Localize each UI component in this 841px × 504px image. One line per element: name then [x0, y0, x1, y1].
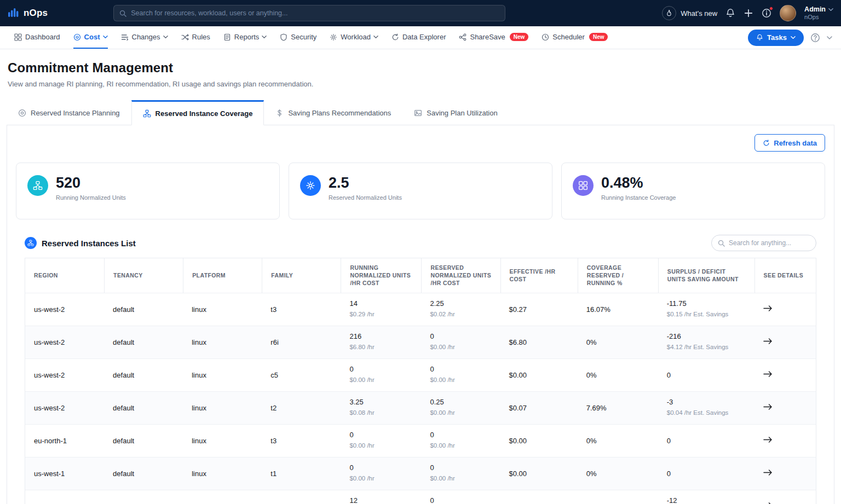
tab-reserved-instance-planning[interactable]: Reserved Instance Planning	[7, 100, 131, 125]
stat-card: 0.48% Running Instance Coverage	[561, 163, 825, 219]
table-header-row: REGION TENANCY PLATFORM FAMILY RUNNING N…	[25, 258, 816, 293]
add-plus-icon[interactable]	[744, 8, 753, 18]
whats-new-button[interactable]: What's new	[662, 6, 717, 20]
user-menu[interactable]: Admin nOps	[804, 5, 833, 20]
main-nav: Dashboard Cost Changes Rules Reports Sec…	[0, 26, 841, 49]
nav-item-sharesave[interactable]: ShareSave New	[459, 26, 528, 49]
sharesave-icon	[459, 33, 466, 41]
tab-saving-plans-recommendations[interactable]: Saving Plans Recommendations	[264, 100, 402, 125]
stat-label: Running Normalized Units	[56, 194, 126, 201]
cell-effective-cost: $0.00	[509, 437, 527, 445]
refresh-data-button[interactable]: Refresh data	[754, 134, 825, 152]
nav-item-data-explorer[interactable]: Data Explorer	[391, 26, 446, 49]
app-root: nOps What's new Admin	[0, 0, 841, 504]
cell-reserved-units: 0.25	[430, 398, 491, 406]
cluster-icon	[27, 240, 34, 246]
nav-item-cost[interactable]: Cost	[73, 26, 108, 49]
column-header: SURPLUS / DEFICIT UNITS SAVING AMOUNT	[658, 258, 754, 293]
cell-coverage: 0%	[586, 502, 597, 504]
cell-tenancy: default	[113, 437, 134, 445]
cell-platform: linux	[192, 305, 206, 314]
tab-label: Reserved Instance Coverage	[155, 109, 253, 118]
user-avatar[interactable]	[780, 5, 796, 21]
tab-reserved-instance-coverage[interactable]: Reserved Instance Coverage	[131, 100, 264, 125]
cell-platform: linux	[192, 502, 206, 504]
see-details-arrow-icon[interactable]	[763, 370, 773, 378]
cell-family: t2	[270, 404, 277, 412]
column-header: EFFECTIVE /HR COST	[500, 258, 578, 293]
global-search-input[interactable]	[131, 9, 499, 17]
nav-item-label: Reports	[234, 33, 260, 41]
cell-reserved-units: 2.25	[430, 299, 491, 308]
nav-item-reports[interactable]: Reports	[223, 26, 267, 49]
cell-coverage: 0%	[586, 437, 597, 445]
cell-surplus-units: -11.75	[667, 299, 746, 308]
page-head: Commitment Management View and manage RI…	[0, 49, 841, 88]
nops-logo[interactable]: nOps	[8, 7, 48, 19]
table-search-input[interactable]	[729, 239, 810, 247]
chevron-down-icon[interactable]	[827, 35, 832, 40]
bell-icon	[756, 34, 763, 41]
cell-running-cost: $6.80 /hr	[349, 343, 412, 351]
cell-tenancy: default	[113, 404, 134, 412]
table-body: us-west-2 default linux t3 14 $0.29 /hr …	[25, 293, 816, 504]
nav-item-changes[interactable]: Changes	[121, 26, 168, 49]
nav-item-label: ShareSave	[470, 33, 505, 41]
page-title: Commitment Management	[8, 60, 833, 76]
cell-reserved-units: 0	[430, 496, 491, 504]
table-row: us-west-2 default linux r6i 216 $6.80 /h…	[25, 326, 816, 358]
see-details-arrow-icon[interactable]	[763, 403, 773, 410]
user-name: Admin	[804, 5, 826, 13]
column-header: PLATFORM	[183, 258, 262, 293]
tasks-button[interactable]: Tasks	[748, 30, 804, 46]
cell-coverage: 16.07%	[586, 305, 610, 314]
global-search[interactable]	[113, 5, 505, 21]
cell-effective-cost: $0.27	[509, 305, 527, 314]
gear-icon	[306, 181, 315, 190]
cell-surplus-units: 0	[667, 470, 746, 478]
cell-running-units: 216	[349, 332, 412, 340]
cell-region: us-west-2	[34, 371, 65, 379]
cell-reserved-cost: $0.00 /hr	[430, 375, 491, 384]
nav-item-security[interactable]: Security	[280, 26, 316, 49]
cell-running-units: 0	[349, 365, 412, 373]
nav-item-dashboard[interactable]: Dashboard	[14, 26, 60, 49]
cell-family: r6i	[270, 338, 278, 346]
topbar-actions: What's new Admin nOps	[662, 5, 833, 21]
stat-value: 2.5	[329, 175, 402, 190]
nav-item-workload[interactable]: Workload	[330, 26, 378, 49]
help-icon[interactable]	[810, 33, 820, 43]
chevron-down-icon	[828, 7, 833, 12]
cell-reserved-cost: $0.00 /hr	[430, 408, 491, 417]
table-row: eu-north-1 default linux t3 0 $0.00 /hr …	[25, 424, 816, 457]
cell-running-cost: $0.00 /hr	[349, 474, 412, 483]
cell-running-units: 12	[349, 496, 412, 504]
stat-card: 2.5 Reserved Normalized Units	[289, 163, 552, 219]
cluster-icon	[33, 181, 43, 190]
cell-reserved-cost: $0.00 /hr	[430, 474, 491, 483]
cell-coverage: 0%	[586, 338, 597, 346]
cell-platform: linux	[192, 470, 206, 478]
cell-reserved-cost: $0.00 /hr	[430, 343, 491, 351]
nav-item-rules[interactable]: Rules	[181, 26, 210, 49]
security-icon	[280, 33, 287, 41]
table-row: us-east-1 default linux m5 12 $0.29 /hr …	[25, 490, 816, 504]
new-badge: New	[589, 33, 608, 41]
table-row: us-west-2 default linux t2 3.25 $0.08 /h…	[25, 391, 816, 424]
notifications-bell-icon[interactable]	[725, 8, 735, 18]
stat-label: Reserved Normalized Units	[329, 194, 402, 201]
nav-item-label: Workload	[341, 33, 371, 41]
nav-item-scheduler[interactable]: Scheduler New	[542, 26, 608, 49]
see-details-arrow-icon[interactable]	[763, 436, 773, 443]
tab-saving-plan-utilization[interactable]: Saving Plan Utilization	[402, 100, 509, 125]
cell-tenancy: default	[113, 470, 134, 478]
see-details-arrow-icon[interactable]	[763, 502, 773, 504]
table-search[interactable]	[711, 235, 816, 251]
new-badge: New	[510, 33, 529, 41]
see-details-arrow-icon[interactable]	[763, 469, 773, 476]
info-button[interactable]	[762, 8, 771, 18]
see-details-arrow-icon[interactable]	[763, 338, 773, 345]
see-details-arrow-icon[interactable]	[763, 305, 773, 312]
cell-reserved-units: 0	[430, 464, 491, 472]
nav-item-label: Data Explorer	[402, 33, 446, 41]
